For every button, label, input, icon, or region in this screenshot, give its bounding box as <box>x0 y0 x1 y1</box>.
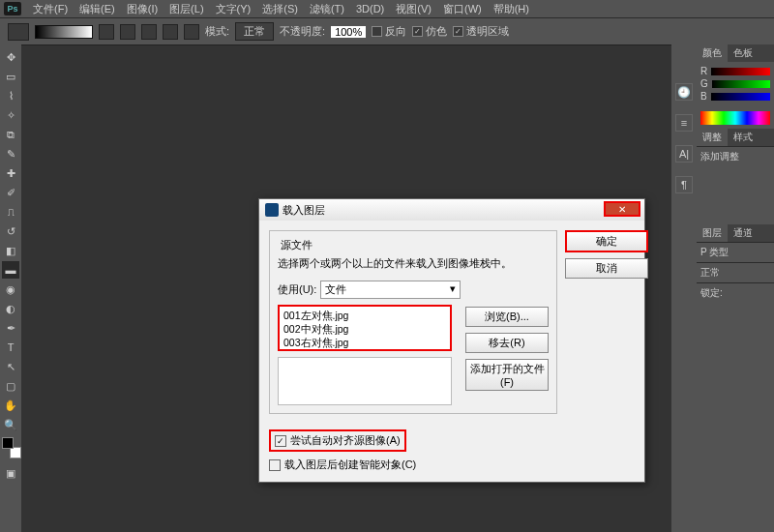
load-layers-dialog: 载入图层 ✕ 源文件 选择两个或两个以上的文件来载入到图像堆栈中。 使用(U):… <box>258 198 645 483</box>
tab-swatches[interactable]: 色板 <box>728 44 759 62</box>
gradient-preview[interactable] <box>35 25 93 39</box>
auto-align-checkbox[interactable]: ✓尝试自动对齐源图像(A) <box>269 429 406 452</box>
gradient-radial-icon[interactable] <box>120 24 135 40</box>
menu-layer[interactable]: 图层(L) <box>169 2 203 16</box>
tab-channels[interactable]: 通道 <box>728 224 759 242</box>
eyedropper-tool-icon[interactable]: ✎ <box>2 145 19 163</box>
blur-tool-icon[interactable]: ◉ <box>2 281 19 298</box>
zoom-tool-icon[interactable]: 🔍 <box>2 416 19 433</box>
dialog-title: 载入图层 <box>283 203 325 218</box>
menu-filter[interactable]: 滤镜(T) <box>310 2 344 16</box>
stamp-tool-icon[interactable]: ⎍ <box>2 203 19 221</box>
cancel-button[interactable]: 取消 <box>565 258 648 279</box>
properties-panel-icon[interactable]: ≡ <box>675 114 693 132</box>
file-item[interactable]: 002中对焦.jpg <box>283 322 446 336</box>
reverse-checkbox[interactable]: 反向 <box>372 24 406 39</box>
menu-edit[interactable]: 编辑(E) <box>79 2 115 16</box>
shape-tool-icon[interactable]: ▢ <box>2 377 19 395</box>
menubar: Ps 文件(F) 编辑(E) 图像(I) 图层(L) 文字(Y) 选择(S) 滤… <box>0 0 774 17</box>
marquee-tool-icon[interactable]: ▭ <box>2 68 19 85</box>
add-open-files-button[interactable]: 添加打开的文件(F) <box>465 359 549 391</box>
paragraph-panel-icon[interactable]: ¶ <box>675 176 693 193</box>
source-files-group: 源文件 选择两个或两个以上的文件来载入到图像堆栈中。 使用(U): 文件▾ 00… <box>269 230 557 414</box>
wand-tool-icon[interactable]: ✧ <box>2 106 19 124</box>
color-swatch[interactable] <box>2 437 19 455</box>
blend-mode-select[interactable]: 正常 <box>697 262 774 282</box>
menu-3d[interactable]: 3D(D) <box>356 3 384 15</box>
tab-color[interactable]: 颜色 <box>697 44 728 62</box>
file-item[interactable]: 001左对焦.jpg <box>283 309 446 322</box>
file-list[interactable]: 001左对焦.jpg 002中对焦.jpg 003右对焦.jpg <box>278 305 452 351</box>
color-panel: R G B <box>697 62 774 107</box>
history-tool-icon[interactable]: ↺ <box>2 222 19 240</box>
layers-filter[interactable]: P 类型 <box>697 242 774 262</box>
tab-layers[interactable]: 图层 <box>697 224 728 242</box>
tool-preset-icon[interactable] <box>8 23 29 41</box>
menu-view[interactable]: 视图(V) <box>396 2 432 16</box>
quickmask-icon[interactable]: ▣ <box>2 464 19 482</box>
heal-tool-icon[interactable]: ✚ <box>2 164 19 182</box>
group-description: 选择两个或两个以上的文件来载入到图像堆栈中。 <box>278 256 549 271</box>
hue-strip[interactable] <box>700 111 770 125</box>
gradient-linear-icon[interactable] <box>99 24 114 40</box>
gradient-diamond-icon[interactable] <box>184 24 199 40</box>
browse-button[interactable]: 浏览(B)... <box>465 307 549 327</box>
tab-styles[interactable]: 样式 <box>728 129 759 146</box>
dither-checkbox[interactable]: ✓仿色 <box>412 24 447 39</box>
r-label: R <box>700 66 707 76</box>
history-panel-icon[interactable]: 🕘 <box>675 83 693 101</box>
close-button[interactable]: ✕ <box>604 201 640 217</box>
file-list-empty[interactable] <box>278 357 452 405</box>
dialog-titlebar[interactable]: 载入图层 ✕ <box>259 199 644 221</box>
right-panels: 颜色 色板 R G B 调整 样式 添加调整 图层 通道 P 类型 正常 锁定: <box>697 44 774 532</box>
transparency-checkbox[interactable]: ✓透明区域 <box>453 24 509 39</box>
group-label: 源文件 <box>278 238 315 252</box>
mode-label: 模式: <box>205 24 229 39</box>
ok-button[interactable]: 确定 <box>565 230 648 252</box>
brush-tool-icon[interactable]: ✐ <box>2 184 19 201</box>
type-tool-icon[interactable]: T <box>2 339 19 356</box>
tab-adjustments[interactable]: 调整 <box>697 129 728 146</box>
collapsed-panels: 🕘 ≡ A| ¶ <box>671 44 697 532</box>
move-tool-icon[interactable]: ✥ <box>2 48 19 66</box>
remove-button[interactable]: 移去(R) <box>465 333 549 353</box>
options-bar: 模式: 正常 不透明度: 100% 反向 ✓仿色 ✓透明区域 <box>0 17 774 44</box>
dialog-icon <box>265 203 279 217</box>
g-label: G <box>700 78 708 89</box>
use-select[interactable]: 文件▾ <box>320 281 461 299</box>
pen-tool-icon[interactable]: ✒ <box>2 319 19 337</box>
opacity-input[interactable]: 100% <box>331 26 366 38</box>
lock-row: 锁定: <box>697 282 774 303</box>
g-slider[interactable] <box>712 80 770 88</box>
menu-file[interactable]: 文件(F) <box>33 2 68 16</box>
app-logo: Ps <box>4 2 21 15</box>
b-slider[interactable] <box>711 93 770 101</box>
tool-panel: ✥ ▭ ⌇ ✧ ⧉ ✎ ✚ ✐ ⎍ ↺ ◧ ▬ ◉ ◐ ✒ T ↖ ▢ ✋ 🔍 … <box>0 44 21 532</box>
menu-select[interactable]: 选择(S) <box>262 2 298 16</box>
use-label: 使用(U): <box>278 282 316 297</box>
menu-help[interactable]: 帮助(H) <box>493 2 529 16</box>
mode-select[interactable]: 正常 <box>235 22 274 41</box>
gradient-angle-icon[interactable] <box>141 24 157 40</box>
smart-object-checkbox[interactable]: 载入图层后创建智能对象(C) <box>269 458 557 472</box>
gradient-tool-icon[interactable]: ▬ <box>2 261 19 279</box>
b-label: B <box>700 91 707 102</box>
menu-image[interactable]: 图像(I) <box>127 2 158 16</box>
opacity-label: 不透明度: <box>280 24 325 39</box>
file-item[interactable]: 003右对焦.jpg <box>283 336 446 349</box>
adjustments-panel: 添加调整 <box>697 146 774 166</box>
gradient-reflected-icon[interactable] <box>163 24 178 40</box>
hand-tool-icon[interactable]: ✋ <box>2 397 19 414</box>
lasso-tool-icon[interactable]: ⌇ <box>2 87 19 104</box>
crop-tool-icon[interactable]: ⧉ <box>2 126 19 143</box>
eraser-tool-icon[interactable]: ◧ <box>2 242 19 259</box>
r-slider[interactable] <box>711 68 770 75</box>
dodge-tool-icon[interactable]: ◐ <box>2 300 19 317</box>
character-panel-icon[interactable]: A| <box>675 145 693 163</box>
menu-type[interactable]: 文字(Y) <box>216 2 252 16</box>
menu-window[interactable]: 窗口(W) <box>443 2 482 16</box>
path-tool-icon[interactable]: ↖ <box>2 358 19 375</box>
